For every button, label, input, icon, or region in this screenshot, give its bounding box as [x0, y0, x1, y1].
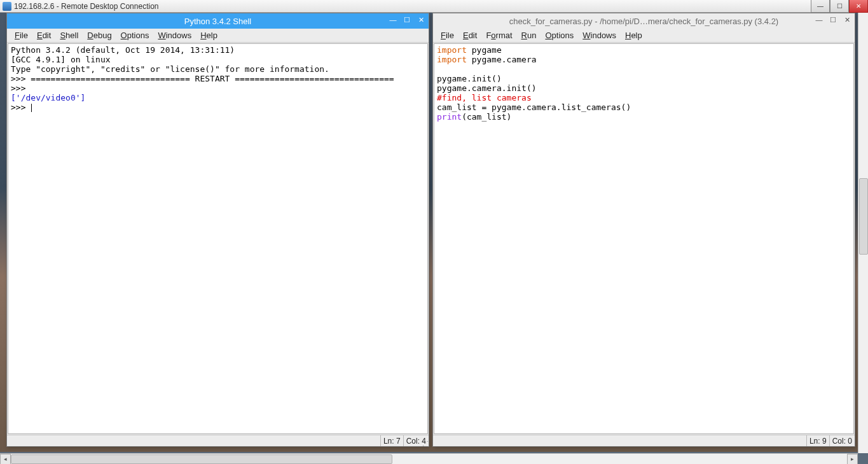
shell-menubar: File Edit Shell Debug Options Windows He…	[7, 29, 429, 43]
shell-status-line: Ln: 7	[380, 435, 403, 446]
resize-handle-icon[interactable]: ⋰	[418, 440, 430, 452]
shell-menu-windows[interactable]: Windows	[154, 29, 195, 41]
rdp-hscroll-right-button[interactable]: ▸	[847, 454, 858, 465]
python-shell-window: Python 3.4.2 Shell — ☐ ✕ File Edit Shell…	[6, 13, 429, 447]
rdp-icon	[3, 2, 11, 11]
rdp-vscroll-thumb[interactable]	[859, 178, 868, 255]
remote-desktop-area: Python 3.4.2 Shell — ☐ ✕ File Edit Shell…	[0, 13, 868, 452]
editor-menu-file[interactable]: File	[437, 29, 458, 41]
editor-menu-help[interactable]: Help	[621, 29, 646, 41]
rdp-window-buttons: — ☐ ✕	[811, 0, 868, 13]
shell-title: Python 3.4.2 Shell	[7, 17, 429, 26]
shell-close-button[interactable]: ✕	[416, 15, 426, 25]
shell-maximize-button[interactable]: ☐	[402, 15, 412, 25]
shell-titlebar[interactable]: Python 3.4.2 Shell — ☐ ✕	[7, 13, 429, 29]
editor-menu-format[interactable]: Format	[482, 29, 516, 41]
rdp-hscroll-left-button[interactable]: ◂	[0, 454, 11, 465]
rdp-close-button[interactable]: ✕	[849, 0, 868, 13]
rdp-maximize-button[interactable]: ☐	[830, 0, 849, 13]
editor-minimize-button[interactable]: —	[814, 15, 824, 25]
shell-menu-shell[interactable]: Shell	[56, 29, 82, 41]
editor-close-button[interactable]: ✕	[842, 15, 852, 25]
editor-status-col: Col: 0	[829, 435, 855, 446]
editor-statusbar: Ln: 9 Col: 0	[433, 435, 855, 446]
editor-title: check_for_cameras.py - /home/pi/D…mera/c…	[433, 17, 855, 26]
shell-menu-help[interactable]: Help	[196, 29, 221, 41]
editor-titlebar[interactable]: check_for_cameras.py - /home/pi/D…mera/c…	[433, 13, 855, 29]
rdp-titlebar: 192.168.2.6 - Remote Desktop Connection …	[0, 0, 868, 13]
shell-menu-options[interactable]: Options	[117, 29, 153, 41]
editor-menu-edit[interactable]: Edit	[459, 29, 481, 41]
editor-menu-options[interactable]: Options	[541, 29, 577, 41]
editor-code[interactable]: import pygame import pygame.camera pygam…	[434, 43, 854, 434]
editor-menu-windows[interactable]: Windows	[579, 29, 620, 41]
editor-menu-run[interactable]: Run	[518, 29, 541, 41]
shell-output[interactable]: Python 3.4.2 (default, Oct 19 2014, 13:3…	[8, 43, 428, 434]
rdp-horizontal-scrollbar[interactable]: ◂ ▸	[0, 453, 858, 464]
editor-menubar: File Edit Format Run Options Windows Hel…	[433, 29, 855, 43]
rdp-vertical-scrollbar[interactable]	[858, 13, 868, 453]
rdp-hscroll-thumb[interactable]	[11, 454, 392, 464]
shell-statusbar: Ln: 7 Col: 4	[7, 435, 429, 446]
shell-menu-file[interactable]: File	[11, 29, 32, 41]
shell-menu-edit[interactable]: Edit	[33, 29, 55, 41]
shell-menu-debug[interactable]: Debug	[83, 29, 115, 41]
rdp-hscroll-track[interactable]	[11, 454, 847, 465]
shell-cursor	[31, 104, 32, 112]
shell-minimize-button[interactable]: —	[388, 15, 398, 25]
editor-maximize-button[interactable]: ☐	[828, 15, 838, 25]
editor-status-line: Ln: 9	[806, 435, 829, 446]
rdp-title: 192.168.2.6 - Remote Desktop Connection	[14, 2, 158, 11]
rdp-minimize-button[interactable]: —	[811, 0, 830, 13]
editor-window: check_for_cameras.py - /home/pi/D…mera/c…	[432, 13, 855, 447]
